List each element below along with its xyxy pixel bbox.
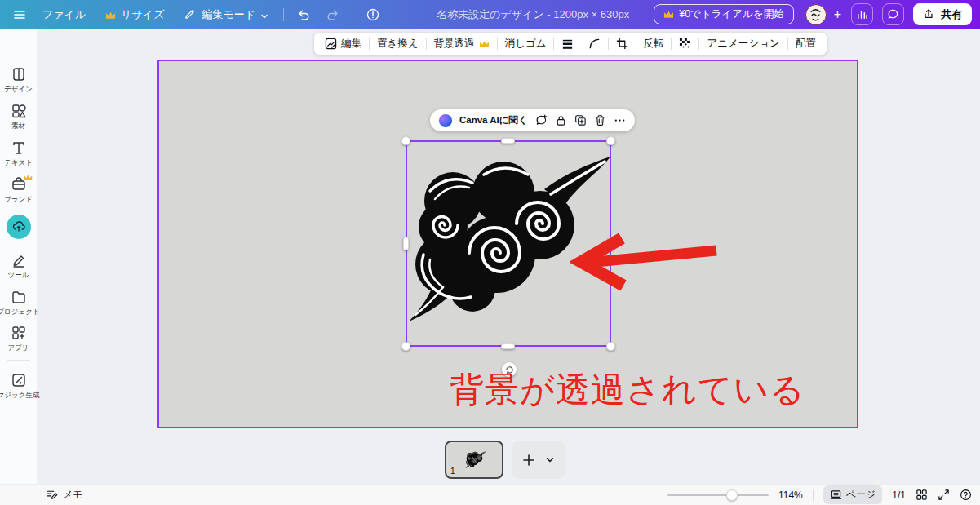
- sidebar-item-projects[interactable]: プロジェクト: [0, 289, 37, 317]
- share-upload-icon: [923, 8, 936, 21]
- page-thumbnail-number: 1: [450, 467, 455, 476]
- insights-button[interactable]: [851, 3, 873, 25]
- lock-icon[interactable]: [555, 114, 567, 126]
- edit-image-icon: [325, 38, 337, 50]
- design-icon: [11, 66, 27, 82]
- sidebar-item-uploads-active[interactable]: [0, 215, 37, 241]
- selection-box[interactable]: [406, 140, 611, 347]
- tools-icon: [11, 252, 27, 268]
- flip-label: 反転: [643, 37, 663, 51]
- eraser-button[interactable]: 消しゴム: [498, 33, 554, 55]
- sidebar-item-magic[interactable]: マジック生成: [0, 372, 37, 401]
- transparency-button[interactable]: [672, 33, 698, 55]
- trial-label: ¥0でトライアルを開始: [679, 7, 783, 21]
- statusbar-separator: [813, 489, 814, 501]
- apps-icon: [11, 325, 27, 341]
- undo-icon[interactable]: [297, 8, 310, 21]
- crown-icon: [479, 40, 490, 48]
- sidebar-item-apps[interactable]: アプリ: [0, 325, 37, 353]
- page-view-button[interactable]: ページ: [823, 485, 883, 504]
- zoom-level[interactable]: 114%: [778, 489, 803, 501]
- resize-handle-ne[interactable]: [606, 136, 615, 145]
- zoom-slider-knob[interactable]: [726, 489, 738, 501]
- animation-button[interactable]: アニメーション: [699, 33, 787, 55]
- resize-handle-e[interactable]: [608, 237, 614, 250]
- sidebar: デザイン 素材 テキスト ブランド ツール: [0, 29, 37, 484]
- sidebar-item-tools[interactable]: ツール: [0, 252, 37, 281]
- sidebar-item-brand[interactable]: ブランド: [0, 176, 37, 205]
- share-button[interactable]: 共有: [913, 3, 972, 25]
- curve-button[interactable]: [581, 33, 608, 55]
- projects-icon: [11, 289, 27, 305]
- file-menu-button[interactable]: ファイル: [34, 4, 94, 25]
- comments-button[interactable]: [882, 3, 904, 25]
- chevron-down-icon: [545, 455, 555, 465]
- resize-handle-s[interactable]: [501, 343, 515, 349]
- zoom-slider[interactable]: [667, 489, 769, 501]
- share-label: 共有: [941, 7, 962, 22]
- notes-icon: [46, 489, 58, 501]
- trial-button[interactable]: ¥0でトライアルを開始: [654, 4, 793, 24]
- resize-handle-se[interactable]: [606, 342, 615, 351]
- resize-handle-sw[interactable]: [401, 342, 410, 351]
- page-thumbnail-1[interactable]: 1: [445, 441, 503, 479]
- edit-image-button[interactable]: 編集: [317, 33, 369, 55]
- sidebar-item-design[interactable]: デザイン: [0, 66, 37, 95]
- sidebar-item-elements[interactable]: 素材: [0, 103, 37, 131]
- page-view-label: ページ: [846, 488, 876, 502]
- crown-icon: [105, 10, 116, 19]
- notes-button[interactable]: メモ: [46, 488, 83, 502]
- resize-label: リサイズ: [121, 7, 164, 22]
- bg-remove-button[interactable]: 背景透過: [427, 33, 497, 55]
- avatar[interactable]: [805, 4, 827, 25]
- topbar-separator: [283, 8, 284, 21]
- resize-handle-w[interactable]: [403, 237, 409, 250]
- info-icon[interactable]: [366, 8, 379, 21]
- sidebar-item-text[interactable]: テキスト: [0, 140, 37, 168]
- fullscreen-icon[interactable]: [938, 489, 950, 501]
- brand-icon: [11, 176, 27, 193]
- delete-icon[interactable]: [594, 114, 606, 126]
- sidebar-item-label: テキスト: [4, 158, 33, 168]
- grid-view-icon[interactable]: [916, 489, 928, 501]
- edit-label: 編集: [341, 37, 361, 51]
- comment-add-icon[interactable]: [535, 114, 548, 126]
- elements-icon: [11, 103, 27, 119]
- zoom-slider-track: [667, 494, 769, 496]
- crown-icon: [663, 10, 674, 19]
- resize-handle-n[interactable]: [501, 138, 515, 144]
- curve-icon: [588, 38, 601, 50]
- top-bar: ファイル リサイズ 編集モード 名称未設定のデザイン - 1200px × 63…: [0, 0, 980, 29]
- position-label: 配置: [796, 37, 816, 51]
- magic-icon: [11, 372, 27, 388]
- add-member-icon[interactable]: +: [830, 7, 848, 22]
- page-indicator: 1/1: [892, 489, 906, 501]
- crop-button[interactable]: [609, 33, 636, 55]
- crop-icon: [616, 38, 628, 50]
- stroke-weight-icon: [561, 38, 574, 50]
- help-icon[interactable]: [960, 489, 972, 501]
- redo-icon[interactable]: [326, 8, 339, 21]
- animation-label: アニメーション: [707, 37, 779, 51]
- ask-canva-ai-button[interactable]: Canva AIに聞く: [459, 114, 528, 126]
- edit-mode-button[interactable]: 編集モード: [175, 4, 277, 25]
- design-title[interactable]: 名称未設定のデザイン - 1200px × 630px: [437, 7, 629, 22]
- edit-mode-label: 編集モード: [202, 7, 255, 22]
- add-page-button[interactable]: [512, 441, 565, 479]
- duplicate-icon[interactable]: [574, 114, 587, 126]
- sidebar-item-label: 素材: [11, 122, 25, 131]
- sidebar-item-label: アプリ: [7, 343, 29, 353]
- resize-button[interactable]: リサイズ: [97, 4, 172, 25]
- resize-handle-nw[interactable]: [401, 136, 410, 145]
- transparency-icon: [679, 38, 691, 50]
- replace-button[interactable]: 置き換え: [370, 33, 426, 55]
- status-bar: メモ 114% ページ 1/1: [0, 484, 980, 505]
- flip-button[interactable]: 反転: [636, 33, 671, 55]
- stroke-weight-button[interactable]: [554, 33, 581, 55]
- chevron-down-icon: [260, 11, 268, 19]
- position-button[interactable]: 配置: [788, 33, 823, 55]
- menu-icon[interactable]: [13, 8, 26, 21]
- context-toolbar: 編集 置き換え 背景透過 消しゴム 反転 アニメーション 配置: [314, 33, 827, 55]
- more-options-icon[interactable]: [614, 114, 626, 126]
- pencil-icon: [184, 8, 197, 21]
